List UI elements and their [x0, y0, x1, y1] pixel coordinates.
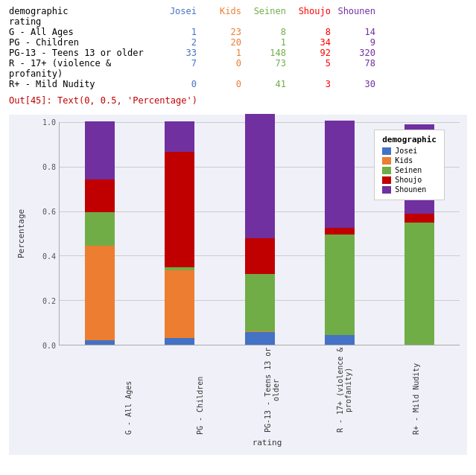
row-kids: 0 [203, 79, 247, 89]
row-kids: 0 [203, 58, 247, 79]
bar-segment-shounen [325, 121, 355, 228]
row-josei: 7 [158, 58, 203, 79]
table-row: PG - Children 2 20 1 34 9 [9, 37, 467, 48]
row-shoujo: 34 [292, 37, 337, 48]
x-label-text: R - 17+ (violence & profanity) [336, 345, 352, 435]
row-shounen: 14 [337, 27, 381, 37]
row-shounen: 78 [337, 58, 381, 79]
row-label: PG-13 - Teens 13 or older [9, 48, 158, 58]
row-shounen: 30 [337, 79, 381, 89]
bar-segment-kids [165, 270, 194, 338]
x-label-text: G - All Ages [124, 345, 133, 435]
bar-segment-shounen [165, 121, 194, 152]
bar-stack [325, 121, 355, 345]
row-seinen: 41 [247, 79, 292, 89]
table-row: R+ - Mild Nudity 0 0 41 3 30 [9, 79, 467, 89]
bar-segment-seinen [325, 235, 355, 335]
x-label-text: R+ - Mild Nudity [412, 345, 420, 435]
col-josei-header: Josei [158, 6, 203, 16]
x-label-text: PG-13 - Teens 13 or older [264, 345, 280, 435]
row-shounen: 9 [337, 37, 381, 48]
row-josei: 1 [158, 27, 203, 37]
data-table: demographic Josei Kids Seinen Shoujo Sho… [0, 0, 476, 92]
bar-stack [85, 121, 115, 345]
row-shounen: 320 [337, 48, 381, 58]
bar-segment-shoujo [404, 214, 434, 223]
legend-item-shounen: Shounen [382, 185, 437, 194]
table-body: G - All Ages 1 23 8 8 14 PG - Children 2… [9, 27, 467, 89]
row-seinen: 148 [247, 48, 292, 58]
row-kids: 20 [203, 37, 247, 48]
col-demographic: demographic [9, 6, 158, 16]
col-seinen-header: Seinen [247, 6, 292, 16]
bar-segment-josei [165, 338, 194, 345]
legend-color-seinen [382, 167, 391, 174]
col-rating: rating [9, 16, 158, 27]
bar-segment-seinen [404, 223, 434, 345]
row-seinen: 8 [247, 27, 292, 37]
x-axis-title: rating [74, 438, 460, 447]
bar-segment-shounen [245, 114, 275, 238]
bar-stack [245, 114, 275, 345]
bar-segment-shoujo [85, 179, 115, 212]
row-label: R - 17+ (violence & profanity) [9, 58, 158, 79]
output-line: Out[45]: Text(0, 0.5, 'Percentage') [0, 92, 476, 109]
legend-item-kids: Kids [382, 156, 437, 165]
row-shoujo: 5 [292, 58, 337, 79]
legend-label-josei: Josei [395, 147, 417, 155]
bar-segment-josei [245, 332, 275, 345]
bar-segment-shoujo [245, 238, 275, 274]
row-shoujo: 8 [292, 27, 337, 37]
y-axis-ticks: 1.0 0.8 0.6 0.4 0.2 0.0 [29, 122, 57, 345]
x-label-item: R+ - Mild Nudity [380, 345, 452, 435]
col-kids-header: Kids [203, 6, 247, 16]
table-header-row: demographic Josei Kids Seinen Shoujo Sho… [9, 6, 467, 16]
row-seinen: 1 [247, 37, 292, 48]
bar-stack [165, 121, 194, 345]
legend-item-josei: Josei [382, 147, 437, 155]
x-label-text: PG - Children [196, 345, 204, 435]
legend-label-seinen: Seinen [395, 166, 422, 174]
bar-group [60, 122, 139, 345]
bar-group [139, 122, 219, 345]
row-shoujo: 3 [292, 79, 337, 89]
legend-label-kids: Kids [395, 156, 413, 165]
x-label-item: G - All Ages [92, 345, 165, 435]
legend-color-shounen [382, 186, 391, 194]
bar-segment-seinen [85, 212, 115, 245]
bar-segment-shounen [85, 121, 115, 179]
row-josei: 2 [158, 37, 203, 48]
bar-group [299, 122, 379, 345]
x-label-item: PG-13 - Teens 13 or older [236, 345, 308, 435]
row-shoujo: 92 [292, 48, 337, 58]
bar-group [220, 122, 299, 345]
legend-label-shounen: Shounen [395, 185, 426, 194]
bar-segment-shoujo [325, 228, 355, 235]
row-josei: 33 [158, 48, 203, 58]
legend-label-shoujo: Shoujo [395, 176, 422, 184]
chart-area: Percentage 1.0 0.8 0.6 0.4 0.2 0.0 [9, 115, 467, 455]
x-axis-labels: G - All AgesPG - ChildrenPG-13 - Teens 1… [92, 345, 452, 435]
table-row: G - All Ages 1 23 8 8 14 [9, 27, 467, 37]
legend-color-shoujo [382, 176, 391, 184]
col-shounen-header: Shounen [337, 6, 381, 16]
bar-segment-seinen [245, 274, 275, 331]
row-seinen: 73 [247, 58, 292, 79]
row-kids: 1 [203, 48, 247, 58]
col-shoujo-header: Shoujo [292, 6, 337, 16]
x-label-item: PG - Children [165, 345, 237, 435]
bar-segment-josei [325, 335, 355, 345]
bar-segment-shoujo [165, 152, 194, 267]
y-axis-label: Percentage [16, 122, 26, 345]
table-subheader-row: rating [9, 16, 467, 27]
bar-segment-kids [85, 246, 115, 341]
legend-color-kids [382, 157, 391, 165]
row-josei: 0 [158, 79, 203, 89]
bar-segment-josei [85, 340, 115, 345]
row-kids: 23 [203, 27, 247, 37]
chart-legend: demographic Josei Kids Seinen Shoujo Sho… [374, 130, 445, 200]
row-label: R+ - Mild Nudity [9, 79, 158, 89]
x-label-item: R - 17+ (violence & profanity) [308, 345, 381, 435]
legend-item-seinen: Seinen [382, 166, 437, 174]
legend-color-josei [382, 147, 391, 155]
